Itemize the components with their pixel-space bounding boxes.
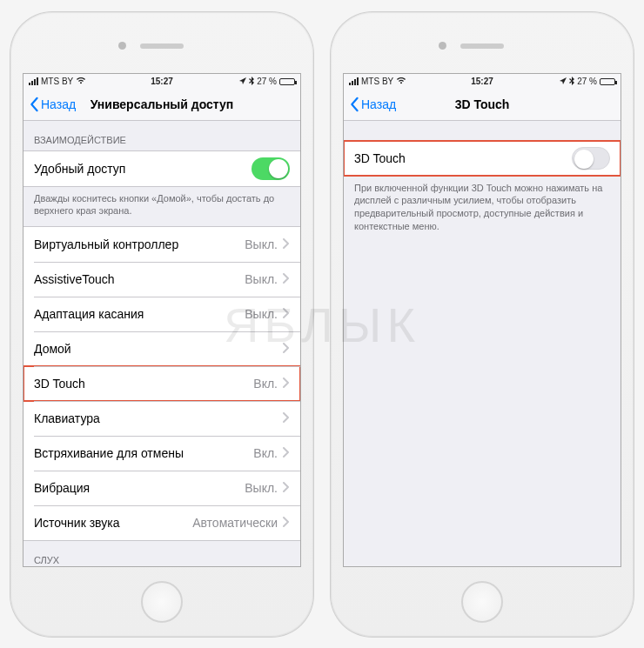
back-button[interactable]: Назад: [29, 97, 76, 112]
screen-left: MTS BY 15:27 27 % Назад: [23, 73, 301, 567]
settings-row[interactable]: Виртуальный контроллерВыкл.: [23, 227, 300, 262]
cell-label: Встряхивание для отмены: [34, 446, 253, 460]
settings-row[interactable]: AssistiveTouchВыкл.: [23, 262, 300, 297]
cell-value: Вкл.: [253, 446, 278, 460]
toggle-reachability[interactable]: [252, 157, 290, 180]
bluetooth-icon: [249, 77, 254, 87]
battery-pct-label: 27 %: [577, 77, 597, 86]
cell-label: 3D Touch: [34, 377, 253, 391]
clock-label: 15:27: [117, 77, 206, 86]
back-label: Назад: [41, 97, 76, 111]
iphone-device-left: MTS BY 15:27 27 % Назад: [10, 12, 313, 637]
cell-value: Выкл.: [245, 237, 278, 251]
earpiece-speaker: [140, 43, 184, 49]
battery-pct-label: 27 %: [257, 77, 277, 86]
wifi-icon: [76, 77, 86, 86]
chevron-right-icon: [283, 481, 290, 495]
cell-label: Вибрация: [34, 481, 245, 495]
back-button[interactable]: Назад: [349, 97, 396, 112]
nav-bar: Назад 3D Touch: [344, 90, 621, 121]
carrier-label: MTS BY: [361, 77, 393, 86]
cell-label: Домой: [34, 342, 278, 356]
settings-row[interactable]: ВибрацияВыкл.: [23, 471, 300, 505]
cell-value: Выкл.: [245, 272, 278, 286]
location-icon: [239, 77, 246, 86]
cell-value: Выкл.: [245, 307, 278, 321]
cell-label: Виртуальный контроллер: [34, 237, 245, 251]
chevron-right-icon: [283, 446, 290, 460]
signal-icon: [29, 77, 38, 85]
cell-label: Клавиатура: [34, 411, 278, 425]
wifi-icon: [396, 77, 406, 86]
signal-icon: [349, 77, 359, 85]
cell-label: Источник звука: [34, 516, 192, 530]
back-label: Назад: [361, 97, 396, 111]
cell-reachability[interactable]: Удобный доступ: [23, 151, 300, 186]
status-bar: MTS BY 15:27 27 %: [344, 74, 621, 90]
settings-row[interactable]: Источник звукаАвтоматически: [23, 505, 300, 540]
home-button[interactable]: [141, 581, 183, 623]
section-header-interaction: ВЗАИМОДЕЙСТВИЕ: [23, 121, 300, 150]
front-camera: [118, 42, 126, 50]
location-icon: [560, 77, 567, 86]
clock-label: 15:27: [438, 77, 527, 86]
settings-content[interactable]: ВЗАИМОДЕЙСТВИЕ Удобный доступ Дважды кос…: [23, 121, 300, 566]
status-bar: MTS BY 15:27 27 %: [23, 74, 300, 90]
cell-value: Вкл.: [253, 377, 278, 391]
section-header-hearing: СЛУХ: [23, 541, 300, 565]
screen-right: MTS BY 15:27 27 % Назад: [343, 73, 621, 567]
settings-row[interactable]: Встряхивание для отменыВкл.: [23, 436, 300, 471]
chevron-right-icon: [283, 237, 290, 251]
chevron-right-icon: [283, 272, 290, 286]
settings-row[interactable]: Клавиатура: [23, 401, 300, 436]
settings-content[interactable]: 3D Touch При включенной функции 3D Touch…: [344, 121, 621, 566]
cell-value: Выкл.: [245, 481, 278, 495]
settings-row[interactable]: 3D TouchВкл.: [23, 366, 300, 401]
toggle-3d-touch[interactable]: [572, 147, 610, 170]
battery-icon: [600, 78, 615, 85]
chevron-right-icon: [283, 516, 290, 530]
earpiece-speaker: [460, 43, 504, 49]
section-footer-3d-touch: При включенной функции 3D Touch можно на…: [344, 177, 621, 242]
iphone-device-right: MTS BY 15:27 27 % Назад: [331, 12, 634, 637]
cell-label: 3D Touch: [354, 151, 572, 165]
bluetooth-icon: [569, 77, 574, 87]
carrier-label: MTS BY: [41, 77, 73, 86]
settings-row[interactable]: Адаптация касанияВыкл.: [23, 297, 300, 331]
settings-row[interactable]: Домой: [23, 331, 300, 366]
chevron-right-icon: [283, 377, 290, 391]
cell-label: Удобный доступ: [34, 162, 252, 176]
section-footer-reachability: Дважды коснитесь кнопки «Домой», чтобы д…: [23, 187, 300, 227]
battery-icon: [279, 78, 295, 85]
chevron-right-icon: [283, 411, 290, 425]
nav-bar: Назад Универсальный доступ: [23, 90, 300, 121]
cell-label: AssistiveTouch: [34, 272, 245, 286]
cell-3d-touch-toggle[interactable]: 3D Touch: [344, 141, 621, 176]
cell-value: Автоматически: [192, 516, 278, 530]
chevron-right-icon: [283, 307, 290, 321]
chevron-right-icon: [283, 342, 290, 356]
front-camera: [439, 42, 446, 50]
cell-label: Адаптация касания: [34, 307, 245, 321]
home-button[interactable]: [461, 581, 503, 623]
